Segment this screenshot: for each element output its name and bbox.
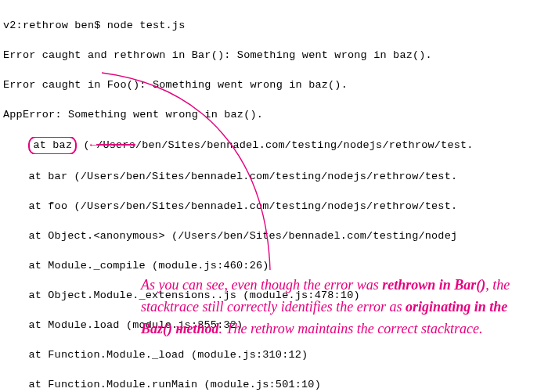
highlighted-function: at baz — [28, 137, 77, 154]
output-line: Error caught in Foo(): Something went wr… — [3, 77, 545, 92]
stack-line: at Function.Module.runMain (module.js:50… — [3, 377, 545, 392]
stack-line: at Function.Module._load (module.js:310:… — [3, 347, 545, 362]
stack-line-highlighted: at baz (←/Users/ben/Sites/bennadel.com/t… — [3, 137, 545, 154]
annotation-text: As you can see, even though the error wa… — [141, 274, 517, 340]
stack-line: at foo (/Users/ben/Sites/bennadel.com/te… — [3, 199, 545, 214]
arrow-icon: ← — [90, 138, 96, 153]
stack-text: ( — [77, 139, 90, 151]
output-line: AppError: Something went wrong in baz(). — [3, 107, 545, 122]
annotation-emphasis: rethrown in Bar() — [382, 277, 485, 293]
stack-text: /ben/Sites/bennadel.com/testing/nodejs/r… — [135, 139, 474, 151]
prompt-line: v2:rethrow ben$ node test.js — [3, 18, 545, 33]
annotation-part: . The rethrow maintains the correct stac… — [219, 321, 483, 336]
output-line: Error caught and rethrown in Bar(): Some… — [3, 48, 545, 63]
stack-line: at Object.<anonymous> (/Users/ben/Sites/… — [3, 228, 545, 243]
struck-text: /Users — [96, 139, 135, 151]
stack-line: at bar (/Users/ben/Sites/bennadel.com/te… — [3, 169, 545, 184]
stack-line: at Module._compile (module.js:460:26) — [3, 258, 545, 273]
annotation-part: As you can see, even though the error wa… — [141, 277, 382, 293]
